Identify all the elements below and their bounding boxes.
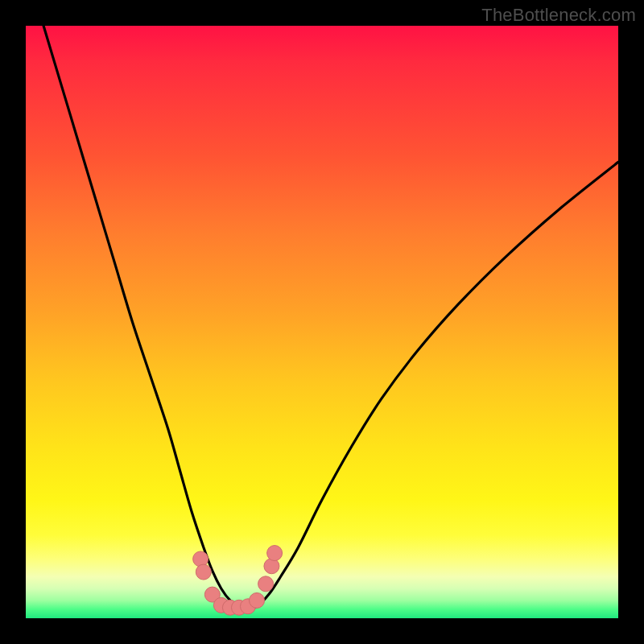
valley-marker	[267, 546, 283, 561]
valley-marker	[196, 564, 211, 580]
watermark-text: TheBottleneck.com	[481, 5, 636, 26]
chart-svg	[26, 26, 618, 618]
curve-left-branch	[43, 26, 248, 609]
valley-marker	[258, 576, 274, 592]
curve-right-branch	[248, 162, 618, 609]
outer-frame: TheBottleneck.com	[0, 0, 644, 644]
valley-markers	[193, 546, 283, 616]
valley-marker	[250, 592, 265, 608]
plot-area	[26, 26, 618, 618]
